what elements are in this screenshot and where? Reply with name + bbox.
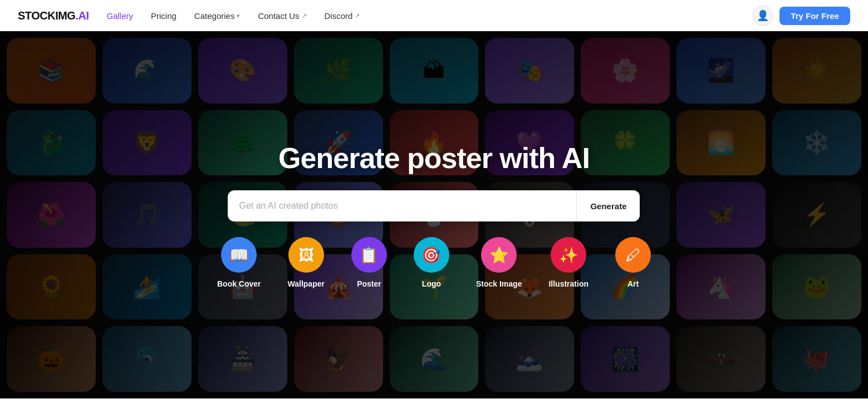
- generate-button[interactable]: Generate: [576, 190, 640, 221]
- nav-contact[interactable]: Contact Us ↗: [258, 11, 306, 21]
- illustration-label: Illustration: [548, 279, 589, 288]
- logo[interactable]: STOCKIMG.AI: [18, 9, 89, 22]
- category-stock-image[interactable]: ⭐ Stock Image: [476, 237, 522, 288]
- poster-icon: 📋: [351, 237, 387, 273]
- poster-label: Poster: [357, 279, 381, 288]
- nav-discord[interactable]: Discord ↗: [325, 11, 360, 21]
- wallpaper-icon: 🖼: [288, 237, 324, 273]
- illustration-icon: ✨: [551, 237, 586, 273]
- chevron-down-icon: ▾: [237, 12, 240, 19]
- nav-pricing[interactable]: Pricing: [151, 11, 176, 21]
- stock-image-icon: ⭐: [481, 237, 517, 273]
- search-bar: Generate: [228, 190, 640, 221]
- wallpaper-label: Wallpaper: [288, 279, 325, 288]
- logo-icon: 🎯: [414, 237, 449, 273]
- navbar-left: STOCKIMG.AI Gallery Pricing Categories ▾…: [18, 9, 360, 22]
- category-poster[interactable]: 📋 Poster: [351, 237, 387, 288]
- category-art[interactable]: 🖊 Art: [615, 237, 651, 288]
- hero-section: 📚 🌊 🎨 🌿 🏔 🎭 🌸 🌌 ☀️ 🐉 🦁 🌲 🚀 🔥 💜 🍀 🌅 ❄️ 🌺 …: [0, 31, 868, 398]
- hero-title: Generate poster with AI: [278, 141, 590, 175]
- category-book-cover[interactable]: 📖 Book Cover: [217, 237, 261, 288]
- user-avatar-button[interactable]: 👤: [753, 6, 773, 26]
- navbar: STOCKIMG.AI Gallery Pricing Categories ▾…: [0, 0, 868, 31]
- category-logo[interactable]: 🎯 Logo: [414, 237, 449, 288]
- nav-categories[interactable]: Categories ▾: [194, 11, 241, 21]
- category-wallpaper[interactable]: 🖼 Wallpaper: [288, 237, 325, 288]
- categories-row: 📖 Book Cover 🖼 Wallpaper 📋 Poster: [217, 237, 651, 288]
- logo-label: Logo: [422, 279, 441, 288]
- stock-image-label: Stock Image: [476, 279, 522, 288]
- try-for-free-button[interactable]: Try For Free: [779, 7, 850, 25]
- category-illustration[interactable]: ✨ Illustration: [548, 237, 589, 288]
- hero-content: Generate poster with AI Generate 📖 Book …: [217, 141, 651, 288]
- search-input[interactable]: [228, 201, 576, 211]
- nav-gallery[interactable]: Gallery: [106, 11, 133, 21]
- external-link-icon: ↗: [302, 12, 307, 19]
- book-cover-label: Book Cover: [217, 279, 261, 288]
- navbar-right: 👤 Try For Free: [753, 6, 850, 26]
- external-link-icon-2: ↗: [355, 12, 360, 19]
- art-icon: 🖊: [615, 237, 651, 273]
- book-cover-icon: 📖: [221, 237, 257, 273]
- user-icon: 👤: [757, 9, 769, 22]
- art-label: Art: [627, 279, 639, 288]
